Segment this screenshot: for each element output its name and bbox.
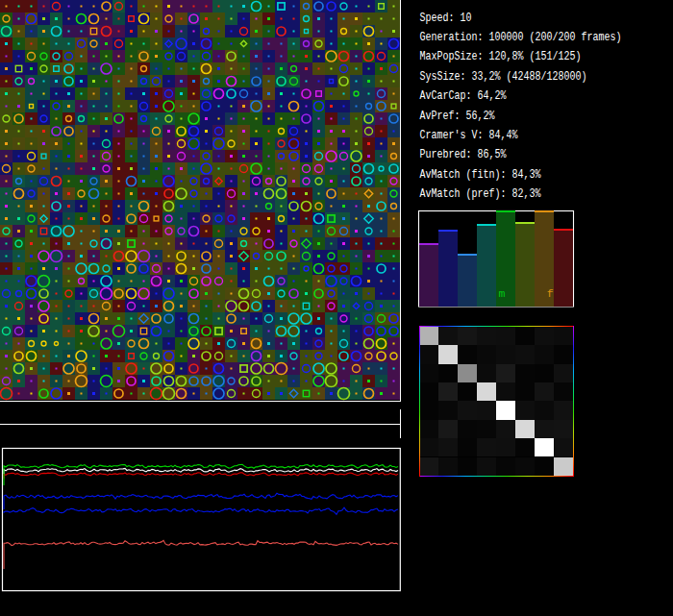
svg-text:MaxPopSize: 120,8% (151/125): MaxPopSize: 120,8% (151/125) — [420, 49, 582, 63]
svg-text:Purebred: 86,5%: Purebred: 86,5% — [420, 147, 507, 161]
svg-text:AvMatch (pref): 82,3%: AvMatch (pref): 82,3% — [420, 186, 541, 201]
svg-text:AvMatch (fitn): 84,3%: AvMatch (fitn): 84,3% — [420, 167, 541, 182]
svg-text:AvPref: 56,2%: AvPref: 56,2% — [420, 109, 495, 123]
svg-text:Cramer's V: 84,4%: Cramer's V: 84,4% — [420, 128, 518, 142]
svg-text:SysSize: 33,2% (42488/128000): SysSize: 33,2% (42488/128000) — [420, 69, 587, 84]
svg-text:Generation: 100000 (200/200 fr: Generation: 100000 (200/200 frames) — [420, 30, 622, 44]
svg-text:Speed: 10: Speed: 10 — [420, 11, 472, 25]
svg-text:AvCarCap: 64,2%: AvCarCap: 64,2% — [420, 88, 507, 103]
svg-text:f: f — [547, 287, 554, 300]
svg-text:m: m — [499, 287, 506, 300]
